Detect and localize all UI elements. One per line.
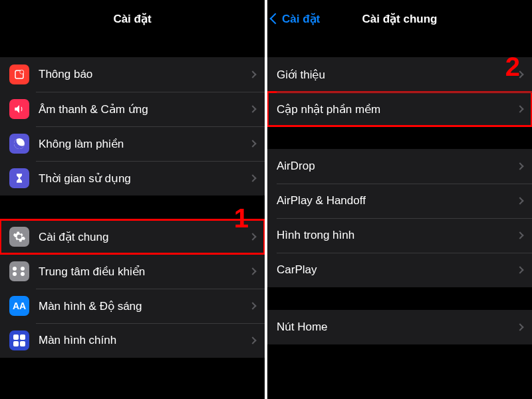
chevron-right-icon [249, 105, 256, 112]
chevron-right-icon [249, 70, 256, 78]
row-software-update[interactable]: Cập nhật phần mềm [267, 92, 532, 126]
notifications-icon [9, 65, 29, 84]
chevron-right-icon [249, 140, 256, 147]
hourglass-icon [9, 168, 29, 188]
row-label: Trung tâm điều khiển [39, 265, 250, 279]
settings-screen: Cài đặt Thông báo Âm thanh & Cảm ứng Khô… [0, 0, 265, 399]
row-general[interactable]: Cài đặt chung [0, 219, 265, 254]
row-notifications[interactable]: Thông báo [0, 57, 265, 92]
chevron-left-icon [270, 13, 281, 25]
page-title: Cài đặt [113, 12, 151, 26]
row-airplay-handoff[interactable]: AirPlay & Handoff [267, 184, 532, 218]
row-about[interactable]: Giới thiệu [267, 57, 532, 92]
row-display-brightness[interactable]: AA Màn hình & Độ sáng [0, 289, 265, 323]
row-screen-time[interactable]: Thời gian sử dụng [0, 161, 265, 196]
home-screen-icon [9, 331, 29, 350]
row-do-not-disturb[interactable]: Không làm phiền [0, 126, 265, 161]
chevron-right-icon [249, 336, 256, 344]
svg-point-1 [20, 70, 24, 74]
row-picture-in-picture[interactable]: Hình trong hình [267, 218, 532, 253]
chevron-right-icon [249, 174, 256, 182]
row-label: Âm thanh & Cảm ứng [39, 102, 250, 116]
settings-section-2: Cài đặt chung Trung tâm điều khiển AA Mà… [0, 219, 265, 358]
row-airdrop[interactable]: AirDrop [267, 149, 532, 184]
chevron-right-icon [516, 197, 523, 204]
display-icon: AA [9, 296, 29, 316]
chevron-right-icon [249, 233, 256, 240]
control-center-icon [9, 261, 29, 281]
row-home-screen[interactable]: Màn hình chính [0, 323, 265, 358]
chevron-right-icon [516, 323, 523, 331]
row-label: Màn hình & Độ sáng [39, 299, 250, 313]
row-sounds[interactable]: Âm thanh & Cảm ứng [0, 92, 265, 126]
moon-icon [9, 134, 29, 154]
sound-icon [9, 99, 29, 119]
general-settings-screen: Cài đặt Cài đặt chung 2 Giới thiệu Cập n… [267, 0, 532, 399]
back-label: Cài đặt [282, 12, 320, 26]
header: Cài đặt [0, 0, 265, 37]
row-label: AirDrop [277, 160, 517, 173]
chevron-right-icon [516, 266, 523, 273]
row-control-center[interactable]: Trung tâm điều khiển [0, 254, 265, 289]
row-label: AirPlay & Handoff [277, 194, 517, 207]
settings-section-1: Thông báo Âm thanh & Cảm ứng Không làm p… [0, 57, 265, 196]
row-label: Cài đặt chung [39, 230, 250, 244]
row-label: Thời gian sử dụng [39, 172, 250, 186]
step-number-1: 1 [234, 203, 249, 233]
row-label: CarPlay [277, 263, 517, 277]
row-label: Màn hình chính [39, 334, 250, 347]
page-title: Cài đặt chung [362, 12, 438, 26]
row-carplay[interactable]: CarPlay [267, 253, 532, 287]
chevron-right-icon [249, 267, 256, 275]
row-label: Giới thiệu [277, 68, 517, 82]
header: Cài đặt Cài đặt chung [267, 0, 532, 37]
general-section-2: AirDrop AirPlay & Handoff Hình trong hìn… [267, 149, 532, 287]
chevron-right-icon [516, 162, 523, 170]
step-number-2: 2 [505, 52, 520, 82]
chevron-right-icon [516, 105, 523, 112]
gear-icon [9, 227, 29, 247]
row-label: Cập nhật phần mềm [277, 102, 517, 116]
row-home-button[interactable]: Nút Home [267, 310, 532, 344]
chevron-right-icon [249, 302, 256, 309]
row-label: Nút Home [277, 321, 517, 334]
general-section-1: Giới thiệu Cập nhật phần mềm [267, 57, 532, 126]
general-section-3: Nút Home [267, 310, 532, 344]
chevron-right-icon [516, 231, 523, 239]
row-label: Thông báo [39, 68, 250, 81]
row-label: Hình trong hình [277, 229, 517, 242]
row-label: Không làm phiền [39, 137, 250, 151]
back-button[interactable]: Cài đặt [271, 0, 320, 37]
